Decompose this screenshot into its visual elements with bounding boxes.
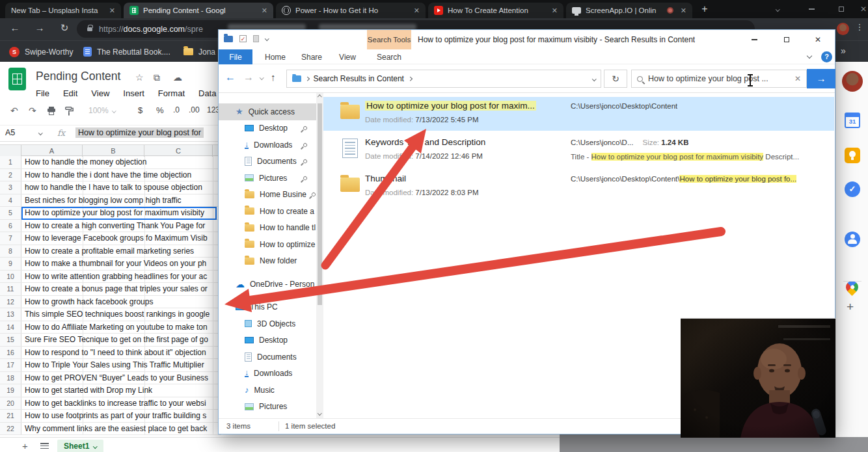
breadcrumb-location[interactable]: Search Results in Content bbox=[314, 74, 404, 83]
zoom-control[interactable]: 100% bbox=[88, 106, 115, 115]
browser-profile-avatar[interactable] bbox=[837, 23, 849, 35]
ribbon-tab-search[interactable]: Search bbox=[368, 49, 410, 64]
sidebar-item-music[interactable]: ♪Music bbox=[219, 382, 316, 399]
cell-text[interactable]: How to respond to "I need to think about… bbox=[25, 347, 206, 360]
explorer-maximize-button[interactable] bbox=[772, 30, 802, 49]
sheet-tab-sheet1[interactable]: Sheet1 bbox=[57, 440, 103, 452]
star-icon[interactable]: ☆ bbox=[135, 72, 144, 83]
row-number[interactable]: 8 bbox=[0, 245, 21, 258]
sidebar-scrollbar[interactable] bbox=[316, 93, 323, 418]
menu-edit[interactable]: Edit bbox=[63, 88, 77, 98]
cell-name-box[interactable]: A5 bbox=[5, 128, 42, 137]
cell-text[interactable]: How to create a high converting Thank Yo… bbox=[25, 220, 205, 233]
bookmark-jona[interactable]: Jona bbox=[183, 41, 215, 62]
print-icon[interactable] bbox=[47, 107, 56, 117]
browser-maximize-button[interactable] bbox=[832, 0, 851, 18]
tab-close-icon[interactable]: ✕ bbox=[681, 7, 686, 15]
search-input[interactable] bbox=[648, 74, 789, 83]
row-number[interactable]: 12 bbox=[0, 296, 21, 308]
row-number[interactable]: 1 bbox=[0, 156, 21, 168]
ribbon-tab-share[interactable]: Share bbox=[295, 49, 328, 64]
new-tab-button[interactable]: + bbox=[698, 2, 712, 16]
new-folder-icon[interactable] bbox=[253, 35, 259, 42]
sidebar-item-downloads[interactable]: ↓Downloads bbox=[219, 137, 316, 153]
bookmark-rebuttal-book[interactable]: The Rebuttal Book.... bbox=[83, 41, 170, 62]
cell-text[interactable]: How to make a thumbnail for your Videos … bbox=[25, 258, 206, 271]
menu-insert[interactable]: Insert bbox=[123, 88, 144, 98]
decrease-decimal-button[interactable]: .0 bbox=[173, 105, 180, 114]
row-number[interactable]: 20 bbox=[0, 397, 21, 410]
browser-chevron-icon[interactable] bbox=[768, 0, 787, 18]
cell-text[interactable]: Why comment links are the easiest place … bbox=[25, 423, 207, 436]
bookmarks-overflow-icon[interactable]: » bbox=[841, 46, 846, 56]
browser-minimize-button[interactable] bbox=[802, 0, 821, 18]
back-icon[interactable]: ← bbox=[8, 22, 22, 33]
refresh-button[interactable]: ↻ bbox=[604, 70, 627, 88]
row-number[interactable]: 3 bbox=[0, 181, 21, 194]
explorer-search-box[interactable]: ✕ bbox=[631, 70, 807, 88]
increase-decimal-button[interactable]: .00 bbox=[189, 105, 200, 114]
tab-close-icon[interactable]: ✕ bbox=[109, 7, 115, 15]
search-go-button[interactable]: → bbox=[807, 69, 835, 88]
tab-pending-content[interactable]: Pending Content - Googl ✕ bbox=[124, 3, 273, 18]
sidebar-item-3d-objects[interactable]: 3D Objects bbox=[219, 315, 316, 332]
sidebar-item-desktop[interactable]: Desktop bbox=[219, 120, 316, 137]
scrollbar-thumb[interactable] bbox=[318, 103, 322, 305]
forward-icon[interactable]: → bbox=[33, 22, 47, 33]
sidebar-item-pc-downloads[interactable]: ↓Downloads bbox=[219, 366, 316, 382]
sidebar-item-pc-pictures[interactable]: Pictures bbox=[219, 399, 316, 416]
menu-file[interactable]: File bbox=[36, 88, 49, 98]
nav-up-icon[interactable]: ↑ bbox=[271, 72, 276, 83]
tab-screenapp[interactable]: ScreenApp.IO | Onlin ✕ bbox=[566, 3, 692, 18]
ribbon-tab-view[interactable]: View bbox=[332, 49, 363, 64]
result-row-keywords-doc[interactable]: Keywords Title and Description Date modi… bbox=[323, 133, 834, 167]
explorer-minimize-button[interactable] bbox=[739, 30, 769, 49]
row-number[interactable]: 6 bbox=[0, 220, 21, 232]
sidebar-item-how-to-handle[interactable]: How to handle tl bbox=[219, 220, 316, 237]
sidebar-item-quick-access[interactable]: ★Quick access bbox=[219, 103, 316, 120]
cell-text[interactable]: How to handle the i dont have the time o… bbox=[25, 169, 191, 182]
corner-header[interactable] bbox=[0, 145, 21, 157]
format-currency-button[interactable]: $ bbox=[138, 105, 142, 115]
sidebar-item-this-pc[interactable]: This PC bbox=[219, 299, 316, 316]
cell-text[interactable]: How to Triple Your Sales using This Traf… bbox=[25, 359, 204, 372]
reload-icon[interactable]: ↻ bbox=[57, 22, 72, 34]
row-number[interactable]: 15 bbox=[0, 334, 21, 346]
cell-text[interactable]: Sure Fire SEO Tecnique to get on the fir… bbox=[25, 334, 208, 347]
account-avatar[interactable] bbox=[842, 71, 863, 92]
add-sheet-button[interactable]: + bbox=[22, 440, 28, 451]
document-title[interactable]: Pending Content bbox=[36, 70, 120, 83]
column-header-c[interactable]: C bbox=[144, 145, 213, 157]
explorer-address-bar[interactable]: Search Results in Content bbox=[286, 70, 601, 88]
browser-menu-icon[interactable]: ⋮ bbox=[852, 22, 867, 32]
move-folder-icon[interactable]: ⧉ bbox=[154, 72, 160, 83]
cell-text[interactable]: How to handle the money objection bbox=[25, 156, 146, 169]
row-number[interactable]: 19 bbox=[0, 384, 21, 397]
sidebar-item-onedrive[interactable]: ☁OneDrive - Person bbox=[219, 276, 316, 293]
sidebar-item-how-to-optimize[interactable]: How to optimize bbox=[219, 236, 316, 253]
cell-text[interactable]: How to use footprints as part of your tr… bbox=[25, 410, 206, 423]
menu-view[interactable]: View bbox=[91, 88, 109, 98]
keep-icon[interactable] bbox=[845, 148, 860, 163]
cell-text[interactable]: How to get PROVEN “Buyer” Leads to your … bbox=[25, 372, 208, 385]
cell-text[interactable]: How to optimize your blog post for maxim… bbox=[25, 207, 204, 220]
contacts-icon[interactable] bbox=[845, 232, 860, 247]
undo-icon[interactable]: ↶ bbox=[10, 105, 18, 116]
cell-text[interactable]: How to create a bonus page that triples … bbox=[25, 283, 208, 296]
calendar-icon[interactable]: 31 bbox=[845, 113, 860, 128]
row-number[interactable]: 21 bbox=[0, 410, 21, 422]
cell-text[interactable]: How to write attention grabbing headline… bbox=[25, 271, 207, 284]
sheets-logo-icon[interactable] bbox=[8, 68, 26, 90]
sidebar-item-pc-desktop[interactable]: Desktop bbox=[219, 332, 316, 349]
sidebar-item-pictures[interactable]: Pictures bbox=[219, 170, 316, 187]
nav-back-icon[interactable]: ← bbox=[225, 72, 236, 83]
scroll-up-icon[interactable] bbox=[318, 95, 321, 99]
tab-new-tab-unsplash[interactable]: New Tab – Unsplash Insta ✕ bbox=[5, 3, 121, 18]
scroll-down-icon[interactable] bbox=[318, 411, 321, 415]
bookmark-swipe-worthy[interactable]: S Swipe-Worthy bbox=[9, 41, 73, 62]
tab-close-icon[interactable]: ✕ bbox=[552, 7, 558, 15]
row-number[interactable]: 2 bbox=[0, 169, 21, 181]
search-tools-contextual-tab[interactable]: Search Tools bbox=[367, 30, 411, 49]
formula-bar-value[interactable]: How to optimize your blog post for bbox=[75, 127, 204, 138]
sidebar-item-how-to-create[interactable]: How to create a bbox=[219, 203, 316, 220]
